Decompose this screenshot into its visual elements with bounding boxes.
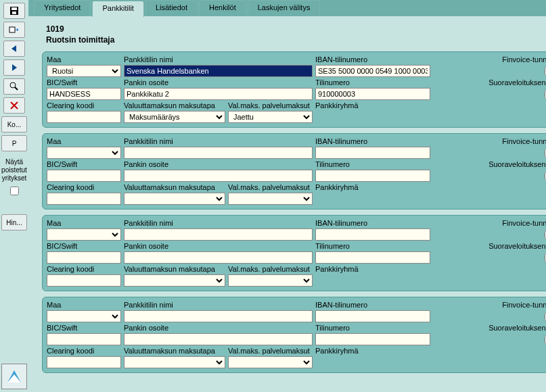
label-pankkiryhma: Pankkiryhmä [315, 346, 430, 356]
label-pankkitilin-nimi: Pankkitilin nimi [124, 137, 313, 146]
label-valuutta-maksutapa: Valuuttamaksun maksutapa [124, 101, 225, 110]
bank-name-input[interactable] [124, 147, 313, 159]
clearing-input[interactable] [47, 111, 121, 123]
tab-lisatiedot[interactable]: Lisätiedot [145, 0, 198, 16]
service-fee-select[interactable] [228, 274, 313, 287]
account-number-input[interactable] [315, 88, 430, 100]
label-finvoice: Finvoice-tunnus [433, 300, 546, 310]
label-tilinumero: Tilinumero [315, 78, 430, 87]
supplier-header: 1019 Ruotsin toimittaja [42, 24, 546, 45]
label-iban: IBAN-tilinumero [315, 300, 430, 310]
svg-rect-1 [12, 7, 17, 10]
bank-address-input[interactable] [124, 88, 313, 100]
tab-yritystiedot[interactable]: Yritystiedot [34, 0, 91, 16]
label-pankin-osoite: Pankin osoite [124, 78, 313, 87]
supplier-name: Ruotsin toimittaja [46, 35, 546, 45]
bank-name-input[interactable] [124, 228, 313, 241]
currency-payment-method-select[interactable] [124, 274, 225, 287]
next-button[interactable] [3, 59, 25, 76]
service-fee-select[interactable] [228, 356, 313, 368]
svg-rect-2 [12, 11, 16, 14]
label-maa: Maa [47, 218, 121, 228]
show-deleted-checkbox[interactable] [10, 187, 19, 195]
account-number-input[interactable] [315, 170, 430, 182]
label-valuutta-maksutapa: Valuuttamaksun maksutapa [124, 346, 225, 356]
bic-input[interactable] [47, 333, 121, 345]
label-bic: BIC/Swift [47, 241, 121, 251]
label-tilinumero: Tilinumero [315, 241, 430, 251]
tab-henkilot[interactable]: Henkilöt [199, 0, 246, 16]
country-select[interactable] [47, 310, 121, 322]
export-right-button[interactable] [3, 22, 25, 38]
label-val-palvelumaksut: Val.maks. palvelumaksut [228, 182, 313, 192]
country-select[interactable]: Ruotsi [47, 65, 121, 77]
bank-group: Maa Pankkitilin nimi IBAN-tilinumero Fin… [42, 51, 546, 128]
label-suoraveloitus: Suoraveloituksen tili [433, 241, 546, 251]
delete-button[interactable] [3, 97, 25, 114]
bank-name-input[interactable] [124, 310, 313, 322]
label-tilinumero: Tilinumero [315, 160, 430, 169]
main-panel: Yritystiedot Pankkitilit Lisätiedot Henk… [28, 0, 546, 392]
service-fee-select[interactable] [228, 193, 313, 205]
label-pankkitilin-nimi: Pankkitilin nimi [124, 300, 313, 310]
hin-button[interactable]: Hin... [1, 214, 27, 230]
label-suoraveloitus: Suoraveloituksen tili [433, 323, 546, 333]
service-fee-select[interactable]: Jaettu [228, 111, 313, 123]
bank-name-input[interactable] [124, 65, 313, 77]
label-maa: Maa [47, 300, 121, 310]
bank-group: Maa Pankkitilin nimi IBAN-tilinumero Fin… [42, 297, 546, 373]
bank-group: Maa Pankkitilin nimi IBAN-tilinumero Fin… [42, 215, 546, 291]
iban-input[interactable] [315, 65, 430, 77]
label-val-palvelumaksut: Val.maks. palvelumaksut [228, 346, 313, 356]
prev-button[interactable] [3, 41, 25, 57]
bic-input[interactable] [47, 88, 121, 100]
currency-payment-method-select[interactable] [124, 193, 225, 205]
ko-button[interactable]: Ko... [1, 116, 27, 132]
country-select[interactable] [47, 228, 121, 241]
label-pankkiryhma: Pankkiryhmä [315, 264, 430, 274]
country-select[interactable] [47, 147, 121, 159]
label-pankkiryhma: Pankkiryhmä [315, 101, 430, 110]
bank-address-input[interactable] [124, 333, 313, 345]
label-pankkiryhma: Pankkiryhmä [315, 182, 430, 192]
svg-rect-3 [9, 27, 15, 32]
label-pankkitilin-nimi: Pankkitilin nimi [124, 218, 313, 228]
bic-input[interactable] [47, 170, 121, 182]
bic-input[interactable] [47, 251, 121, 264]
label-iban: IBAN-tilinumero [315, 137, 430, 146]
label-bic: BIC/Swift [47, 160, 121, 169]
account-number-input[interactable] [315, 333, 430, 345]
label-clearing: Clearing koodi [47, 346, 121, 356]
sidebar: Ko... P Näytä poistetut yritykset Hin... [0, 0, 28, 392]
svg-line-5 [15, 87, 18, 90]
search-button[interactable] [3, 78, 25, 95]
save-button[interactable] [3, 3, 25, 19]
label-pankin-osoite: Pankin osoite [124, 160, 313, 169]
label-suoraveloitus: Suoraveloituksen tili [433, 78, 546, 87]
currency-payment-method-select[interactable] [124, 356, 225, 368]
iban-input[interactable] [315, 147, 430, 159]
bank-address-input[interactable] [124, 170, 313, 182]
label-bic: BIC/Swift [47, 78, 121, 87]
clearing-input[interactable] [47, 193, 121, 205]
label-clearing: Clearing koodi [47, 182, 121, 192]
show-deleted-label: Näytä poistetut yritykset [1, 158, 27, 182]
label-maa: Maa [47, 137, 121, 146]
bank-address-input[interactable] [124, 251, 313, 264]
p-button[interactable]: P [1, 135, 27, 151]
tab-laskujen-valitys[interactable]: Laskujen välitys [248, 0, 321, 16]
account-number-input[interactable] [315, 251, 430, 264]
iban-input[interactable] [315, 228, 430, 241]
currency-payment-method-select[interactable]: Maksumääräys [124, 111, 225, 123]
label-suoraveloitus: Suoraveloituksen tili [433, 160, 546, 169]
label-valuutta-maksutapa: Valuuttamaksun maksutapa [124, 264, 225, 274]
label-pankin-osoite: Pankin osoite [124, 323, 313, 333]
content-area: 1019 Ruotsin toimittaja Maa Pankkitilin … [28, 16, 546, 392]
tab-pankkitilit[interactable]: Pankkitilit [92, 1, 143, 17]
clearing-input[interactable] [47, 356, 121, 368]
label-iban: IBAN-tilinumero [315, 55, 430, 64]
iban-input[interactable] [315, 310, 430, 322]
clearing-input[interactable] [47, 274, 121, 287]
label-bic: BIC/Swift [47, 323, 121, 333]
label-iban: IBAN-tilinumero [315, 218, 430, 228]
